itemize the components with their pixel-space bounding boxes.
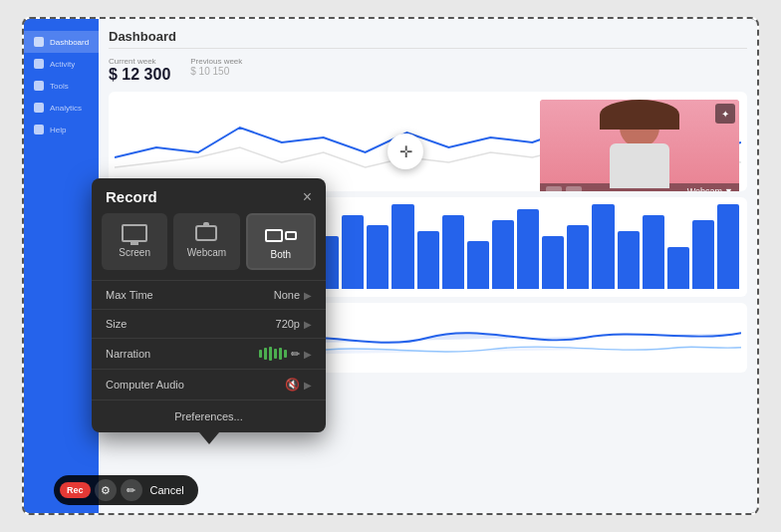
record-header: Record × [92, 178, 326, 213]
bar-12 [417, 231, 439, 289]
audio-bar-6 [284, 350, 287, 358]
computer-audio-label: Computer Audio [106, 379, 184, 391]
webcam-ctrl-btn-2[interactable] [566, 186, 582, 191]
webcam-person [540, 100, 739, 191]
bar-9 [342, 215, 364, 289]
both-cam-part [285, 231, 297, 240]
settings-button[interactable]: ⚙ [95, 479, 117, 501]
audio-bar-1 [259, 350, 262, 358]
max-time-text: None [274, 289, 300, 301]
record-panel: Record × Screen Webcam [92, 178, 326, 432]
audio-bar-5 [279, 348, 282, 360]
webcam-label: Webcam [687, 186, 722, 191]
preferences-button[interactable]: Preferences... [92, 399, 326, 432]
bar-21 [643, 215, 664, 289]
narration-label: Narration [106, 348, 150, 360]
webcam-ctrl-btn-1[interactable] [546, 186, 562, 191]
mode-row: Screen Webcam Both [92, 213, 326, 280]
narration-pencil-icon: ✏ [291, 348, 300, 361]
bar-23 [692, 220, 714, 289]
computer-audio-value[interactable]: 🔇 ▶ [285, 378, 312, 392]
webcam-dropdown[interactable]: Webcam ▼ [687, 186, 733, 191]
line-chart-area: ✦ Webcam ▼ [109, 92, 747, 191]
sidebar-item-dashboard[interactable]: Dashboard [24, 31, 99, 53]
wand-button[interactable]: ✦ [715, 104, 735, 124]
size-arrow-icon: ▶ [304, 319, 312, 330]
webcam-overlay: ✦ Webcam ▼ [540, 100, 739, 191]
stat-current: Current week $ 12 300 [109, 57, 170, 84]
activity-icon [34, 59, 44, 69]
bar-14 [467, 241, 489, 289]
audio-bar-2 [264, 348, 267, 360]
bar-11 [391, 204, 413, 289]
both-screen-part [265, 229, 283, 242]
computer-audio-arrow-icon: ▶ [304, 380, 312, 391]
move-handle[interactable]: ✛ [388, 133, 423, 169]
screen-mode-icon [121, 223, 148, 243]
narration-audio-bars [259, 347, 287, 361]
webcam-controls [546, 186, 582, 191]
bar-24 [717, 204, 739, 289]
sidebar-item-activity[interactable]: Activity [24, 53, 99, 75]
mode-both-button[interactable]: Both [246, 213, 316, 270]
stat-previous-label: Previous week [190, 57, 242, 66]
size-value[interactable]: 720p ▶ [276, 318, 312, 330]
stat-previous: Previous week $ 10 150 [190, 57, 242, 84]
narration-arrow-icon: ▶ [304, 349, 312, 360]
wand-icon: ✦ [721, 109, 729, 120]
webcam-chevron-icon: ▼ [724, 186, 733, 191]
size-label: Size [106, 318, 127, 330]
bar-17 [542, 236, 564, 289]
bar-10 [367, 225, 389, 289]
both-icon [265, 229, 297, 242]
record-close-button[interactable]: × [303, 189, 312, 205]
max-time-value[interactable]: None ▶ [274, 289, 312, 301]
outer-frame: Dashboard Activity Tools Analytics Help … [22, 17, 759, 515]
speaker-mute-icon: 🔇 [285, 378, 300, 392]
setting-max-time: Max Time None ▶ [92, 280, 326, 309]
help-icon [34, 125, 44, 134]
sidebar: Dashboard Activity Tools Analytics Help [24, 19, 99, 513]
mute-icon: 🔇 [285, 378, 300, 392]
max-time-arrow-icon: ▶ [304, 290, 312, 301]
sidebar-label-activity: Activity [50, 60, 75, 69]
bar-22 [667, 247, 689, 290]
panel-tail [199, 432, 219, 444]
bar-19 [592, 204, 614, 289]
record-title: Record [106, 188, 157, 205]
setting-computer-audio: Computer Audio 🔇 ▶ [92, 369, 326, 399]
tools-icon [34, 81, 44, 91]
bar-13 [442, 215, 464, 289]
audio-bar-3 [269, 347, 272, 361]
setting-narration: Narration ✏ ▶ [92, 338, 326, 369]
edit-button[interactable]: ✏ [121, 479, 142, 501]
bar-20 [618, 231, 640, 289]
sidebar-item-help[interactable]: Help [24, 119, 99, 140]
both-mode-label: Both [271, 249, 292, 260]
sidebar-item-tools[interactable]: Tools [24, 75, 99, 97]
webcam-icon [195, 225, 217, 241]
rec-button[interactable]: Rec [60, 482, 91, 498]
sidebar-label-dashboard: Dashboard [50, 38, 89, 47]
screen-mode-label: Screen [119, 247, 150, 258]
sidebar-label-help: Help [50, 126, 66, 134]
sidebar-label-analytics: Analytics [50, 104, 82, 113]
setting-size: Size 720p ▶ [92, 309, 326, 338]
stat-previous-value: $ 10 150 [190, 66, 242, 77]
stat-current-value: $ 12 300 [109, 66, 170, 84]
home-icon [34, 37, 44, 47]
audio-bar-4 [274, 349, 277, 359]
page-title: Dashboard [109, 29, 747, 49]
bar-18 [567, 225, 589, 289]
mode-webcam-button[interactable]: Webcam [173, 213, 239, 270]
narration-value[interactable]: ✏ ▶ [259, 347, 312, 361]
mode-screen-button[interactable]: Screen [102, 213, 167, 270]
bar-16 [517, 209, 539, 289]
bottom-toolbar: Rec ⚙ ✏ Cancel [54, 475, 198, 505]
sidebar-item-analytics[interactable]: Analytics [24, 97, 99, 119]
max-time-label: Max Time [106, 289, 153, 301]
stats-row: Current week $ 12 300 Previous week $ 10… [109, 57, 747, 84]
cancel-button[interactable]: Cancel [146, 482, 188, 498]
screen-icon [122, 224, 147, 242]
both-mode-icon [267, 225, 295, 245]
